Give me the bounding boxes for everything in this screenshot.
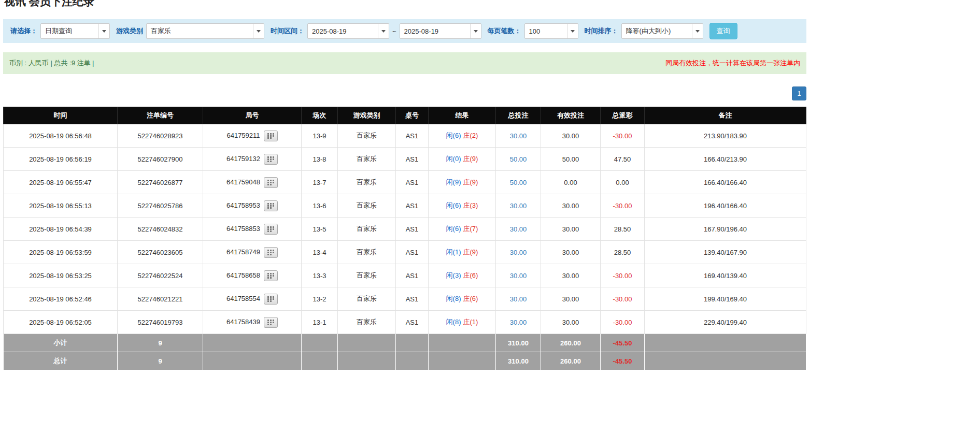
table-row: 2025-08-19 06:55:13 522746025786 6417589… [4,194,806,218]
col-bet-id: 注单编号 [118,107,203,124]
col-table-no: 桌号 [396,107,429,124]
cell-session: 13-3 [302,264,338,287]
roadmap-button[interactable] [264,294,278,305]
page-size-combo[interactable]: 100 [524,23,578,39]
date-range-separator: ~ [392,27,396,35]
result-player: 闲(3) [446,271,461,279]
search-button[interactable]: 查询 [709,23,737,39]
col-total-bet: 总投注 [496,107,541,124]
cell-game-type: 百家乐 [338,194,396,218]
table-row: 2025-08-19 06:53:25 522746022524 6417586… [4,264,806,287]
cell-table-no: AS1 [396,311,429,334]
cell-result: 闲(6)庄(7) [429,218,496,241]
cell-game-type: 百家乐 [338,171,396,194]
cell-session: 13-6 [302,194,338,218]
cell-bet-id: 522746024832 [118,218,203,241]
round-id-value: 641758554 [226,294,260,302]
result-player: 闲(6) [446,132,461,139]
roadmap-button[interactable] [264,224,278,235]
result-banker: 庄(9) [463,155,478,163]
cell-time: 2025-08-19 06:52:05 [4,311,118,334]
roadmap-icon [267,226,274,232]
cell-session: 13-1 [302,311,338,334]
cell-game-type: 百家乐 [338,218,396,241]
page-button-1[interactable]: 1 [792,86,806,100]
cell-remark: 139.40/167.90 [645,241,806,264]
cell-payout: 0.00 [601,171,645,194]
cell-result: 闲(6)庄(2) [429,124,496,148]
roadmap-button[interactable] [264,247,278,258]
result-player: 闲(9) [446,178,461,186]
cell-remark: 167.90/196.40 [645,218,806,241]
cell-bet-id: 522746028923 [118,124,203,148]
cell-session: 13-9 [302,124,338,148]
cell-result: 闲(8)庄(6) [429,287,496,311]
cell-remark: 166.40/213.90 [645,148,806,171]
cell-bet-id: 522746019793 [118,311,203,334]
cell-round-id: 641758658 [203,264,302,287]
result-player: 闲(1) [446,248,461,256]
cell-game-type: 百家乐 [338,287,396,311]
label-game-type: 游戏类别 [116,26,143,36]
cell-session: 13-2 [302,287,338,311]
col-round-id: 局号 [203,107,302,124]
cell-result: 闲(0)庄(9) [429,148,496,171]
cell-payout: -30.00 [601,124,645,148]
cell-result: 闲(8)庄(1) [429,311,496,334]
subtotal-valid-bet: 260.00 [541,334,601,352]
chevron-down-icon [567,24,578,38]
date-from-combo[interactable]: 2025-08-19 [307,23,389,39]
sort-order-combo[interactable]: 降幂(由大到小) [621,23,703,39]
cell-total-bet[interactable]: 50.00 [496,171,541,194]
cell-valid-bet: 30.00 [541,194,601,218]
col-remark: 备注 [645,107,806,124]
cell-total-bet[interactable]: 30.00 [496,287,541,311]
cell-session: 13-7 [302,171,338,194]
cell-result: 闲(3)庄(6) [429,264,496,287]
cell-table-no: AS1 [396,264,429,287]
result-banker: 庄(9) [463,178,478,186]
table-row: 2025-08-19 06:55:47 522746026877 6417590… [4,171,806,194]
roadmap-button[interactable] [264,131,278,141]
cell-payout: 28.50 [601,218,645,241]
cell-total-bet[interactable]: 50.00 [496,148,541,171]
roadmap-button[interactable] [264,270,278,281]
cell-time: 2025-08-19 06:55:13 [4,194,118,218]
cell-total-bet[interactable]: 30.00 [496,311,541,334]
cell-game-type: 百家乐 [338,124,396,148]
cell-game-type: 百家乐 [338,241,396,264]
page-container: 视讯 会员下注纪录 请选择： 日期查询 游戏类别 百家乐 时间区间： 2025-… [3,0,806,370]
subtotal-payout: -45.50 [601,334,645,352]
label-date-range: 时间区间： [271,26,304,36]
cell-table-no: AS1 [396,287,429,311]
cell-bet-id: 522746023605 [118,241,203,264]
game-type-combo[interactable]: 百家乐 [146,23,264,39]
cell-valid-bet: 50.00 [541,148,601,171]
subtotal-total-bet: 310.00 [496,334,541,352]
table-row: 2025-08-19 06:54:39 522746024832 6417588… [4,218,806,241]
cell-time: 2025-08-19 06:53:25 [4,264,118,287]
cell-total-bet[interactable]: 30.00 [496,124,541,148]
chevron-down-icon [98,24,109,38]
roadmap-button[interactable] [264,177,278,188]
cell-remark: 213.90/183.90 [645,124,806,148]
cell-time: 2025-08-19 06:53:59 [4,241,118,264]
chevron-down-icon [253,24,264,38]
cell-round-id: 641759048 [203,171,302,194]
cell-total-bet[interactable]: 30.00 [496,264,541,287]
select-type-value: 日期查询 [45,26,72,36]
cell-session: 13-4 [302,241,338,264]
roadmap-button[interactable] [264,154,278,165]
cell-total-bet[interactable]: 30.00 [496,241,541,264]
cell-total-bet[interactable]: 30.00 [496,218,541,241]
result-player: 闲(0) [446,155,461,163]
date-to-combo[interactable]: 2025-08-19 [400,23,481,39]
select-type-combo[interactable]: 日期查询 [40,23,110,39]
cell-valid-bet: 30.00 [541,218,601,241]
roadmap-button[interactable] [264,200,278,211]
date-from-value: 2025-08-19 [312,27,347,35]
label-page-size: 每页笔数： [488,26,521,36]
cell-round-id: 641759132 [203,148,302,171]
roadmap-button[interactable] [264,317,278,328]
cell-total-bet[interactable]: 30.00 [496,194,541,218]
